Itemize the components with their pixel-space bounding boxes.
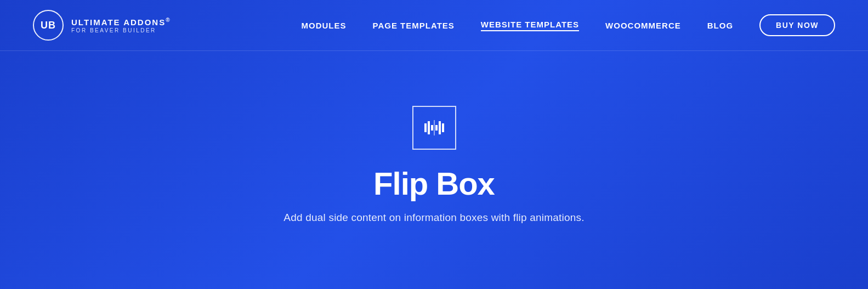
brand-subtitle: FOR BEAVER BUILDER xyxy=(71,27,171,33)
header: UB ULTIMATE ADDONS® FOR BEAVER BUILDER M… xyxy=(0,0,868,51)
svg-rect-1 xyxy=(428,121,430,134)
logo-text: ULTIMATE ADDONS® FOR BEAVER BUILDER xyxy=(71,17,171,33)
nav-blog[interactable]: BLOG xyxy=(707,21,733,30)
svg-rect-0 xyxy=(424,123,427,132)
buy-now-button[interactable]: BUY NOW xyxy=(759,14,835,36)
logo-initials: UB xyxy=(41,20,56,31)
brand-title: ULTIMATE ADDONS® xyxy=(71,17,171,27)
logo-circle: UB xyxy=(33,10,64,41)
main-nav: MODULES PAGE TEMPLATES WEBSITE TEMPLATES… xyxy=(302,14,835,36)
nav-woocommerce[interactable]: WOOCOMMERCE xyxy=(605,21,681,30)
logo[interactable]: UB ULTIMATE ADDONS® FOR BEAVER BUILDER xyxy=(33,10,171,41)
flip-box-icon xyxy=(412,106,456,150)
hero-section: Flip Box Add dual side content on inform… xyxy=(0,51,868,289)
svg-rect-5 xyxy=(439,121,441,134)
svg-rect-4 xyxy=(442,123,444,132)
flip-box-svg xyxy=(422,116,446,140)
svg-rect-6 xyxy=(435,125,438,131)
hero-subtitle: Add dual side content on information box… xyxy=(283,212,584,224)
nav-website-templates[interactable]: WEBSITE TEMPLATES xyxy=(481,20,579,31)
svg-rect-3 xyxy=(434,120,435,135)
hero-title: Flip Box xyxy=(373,165,495,202)
nav-page-templates[interactable]: PAGE TEMPLATES xyxy=(373,21,455,30)
page-wrapper: UB ULTIMATE ADDONS® FOR BEAVER BUILDER M… xyxy=(0,0,868,289)
nav-modules[interactable]: MODULES xyxy=(302,21,347,30)
svg-rect-2 xyxy=(431,125,433,131)
